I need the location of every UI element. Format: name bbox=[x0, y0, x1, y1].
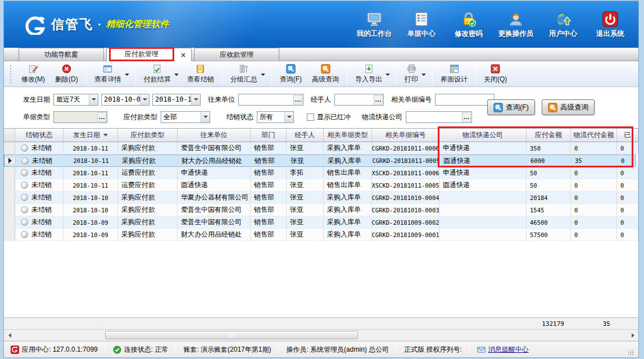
dropdown-arrow-icon[interactable] bbox=[421, 74, 426, 76]
doc-type-field[interactable]: … bbox=[53, 111, 107, 123]
quick-action-exit-system[interactable]: 退出系统 bbox=[592, 11, 628, 39]
toolbar-button-label: 界面设计 bbox=[441, 75, 468, 84]
tab-receivables[interactable]: 应收款管理 bbox=[194, 48, 279, 61]
table-row[interactable]: 未结销2018-10-11运费应付款圆通快递销售部张亚销售出库单XSCKD-20… bbox=[4, 179, 638, 192]
toolbar-button-delete[interactable]: 删除(D) bbox=[50, 62, 83, 85]
chevron-down-icon[interactable] bbox=[284, 112, 293, 122]
dropdown-arrow-icon[interactable] bbox=[261, 74, 265, 76]
message-center-link[interactable]: 消息提醒中心 bbox=[477, 345, 529, 355]
ellipsis-button[interactable]: … bbox=[462, 112, 471, 122]
cell-type: 运费应付款 bbox=[118, 167, 178, 179]
chevron-down-icon[interactable] bbox=[191, 94, 200, 105]
payable-type-filter-label: 应付款类型 bbox=[124, 112, 157, 122]
statusbar-app-center: 应用中心: 127.0.0.1:7099 bbox=[11, 345, 98, 355]
table-row[interactable]: 未结销2018-10-11采购应付款爱普生中国有限公司销售部张亚采购入库单CGR… bbox=[4, 142, 638, 154]
toolbar-button-close[interactable]: 关闭(Q) bbox=[479, 62, 512, 85]
chevron-down-icon[interactable] bbox=[201, 112, 210, 122]
table-row[interactable]: 未结销2018-10-10采购应付款华夏办公器材有限公司销售部张亚采购入库单CG… bbox=[4, 192, 638, 204]
scroll-left-button[interactable] bbox=[5, 331, 14, 340]
scroll-right-button[interactable] bbox=[628, 331, 637, 340]
table-row[interactable]: 未结销2018-10-09采购应付款财大办公用品经销处销售部张亚采购入库单CGR… bbox=[4, 229, 638, 241]
cell-logistics bbox=[439, 216, 527, 228]
ellipsis-button[interactable]: … bbox=[97, 112, 106, 122]
group-summary-icon bbox=[239, 64, 248, 74]
cell-vendor: 爱普生中国有限公司 bbox=[178, 142, 251, 154]
tab-nav-window[interactable]: 功能导航窗 bbox=[19, 48, 104, 61]
quick-action-document-center[interactable]: 单据中心 bbox=[403, 11, 439, 39]
ellipsis-button[interactable]: … bbox=[293, 95, 302, 104]
column-header-dept[interactable]: 部门 bbox=[251, 129, 287, 142]
column-header-label: 相关单据类型 bbox=[328, 130, 368, 140]
column-header-logistics[interactable]: 物流快递公司 bbox=[439, 129, 527, 142]
logistics-input[interactable] bbox=[406, 112, 462, 122]
logistics-field[interactable]: … bbox=[406, 111, 472, 123]
resize-grip[interactable] bbox=[628, 350, 634, 356]
cell-status: 未结销 bbox=[15, 142, 64, 154]
quick-action-my-workbench[interactable]: 我的工作台 bbox=[356, 11, 392, 39]
column-header-logistics_paid[interactable]: 物流代付金额 bbox=[571, 129, 617, 142]
table-row[interactable]: 未结销2018-10-10采购应付款爱普生中国有限公司销售部张亚采购入库单CGR… bbox=[4, 204, 638, 216]
toolbar-button-query[interactable]: 查询(F) bbox=[275, 62, 307, 85]
toolbar-button-print[interactable]: 打印 bbox=[400, 62, 429, 85]
toolbar-button-ui-design[interactable]: 界面设计 bbox=[436, 62, 473, 85]
payables-grid: 结销状态发生日期应付款类型往来单位部门经手人相关单据类型相关单据编号物流快递公司… bbox=[4, 128, 638, 317]
payable-type-select[interactable]: 全部 bbox=[161, 111, 210, 123]
toolbar-button-view-details[interactable]: 查看详情 bbox=[89, 62, 133, 85]
date-to-select[interactable]: 2018-10-11 bbox=[152, 94, 201, 106]
date-from-select[interactable]: 2018-10-04 bbox=[101, 94, 149, 106]
doc-no-field[interactable] bbox=[435, 94, 495, 106]
column-header-doc_type[interactable]: 相关单据类型 bbox=[324, 129, 372, 142]
cell-text: 爱普生中国有限公司 bbox=[181, 143, 242, 153]
cell-text: 未结销 bbox=[31, 193, 52, 202]
column-header-payable[interactable]: 应付金额 bbox=[527, 129, 571, 142]
date-preset-value: 最近7天 bbox=[54, 95, 89, 104]
column-header-vendor[interactable]: 往来单位 bbox=[178, 129, 251, 142]
table-row[interactable]: 未结销2018-10-11运费应付款申通快递销售部李拓销售出库单XSCKD-20… bbox=[4, 167, 638, 179]
query-button[interactable]: 查询(F) bbox=[487, 99, 535, 115]
doc-type-input[interactable] bbox=[54, 112, 97, 122]
cell-text: 采购应付款 bbox=[121, 217, 155, 227]
handler-field[interactable]: … bbox=[334, 94, 384, 106]
tab-payables[interactable]: 应付款管理× bbox=[106, 48, 192, 61]
cell-date: 2018-10-10 bbox=[64, 192, 118, 203]
tab-close-icon[interactable]: × bbox=[181, 51, 185, 59]
table-row[interactable]: 未结销2018-10-09采购应付款爱普生中国有限公司销售部张亚采购入库单CGR… bbox=[4, 216, 638, 229]
toolbar-button-edit[interactable]: 修改(M) bbox=[16, 62, 50, 85]
quick-action-switch-operator[interactable]: 更换操作员 bbox=[498, 11, 534, 39]
ellipsis-button[interactable]: … bbox=[374, 95, 383, 104]
settle-status-icon bbox=[21, 169, 28, 176]
column-header-status[interactable]: 结销状态 bbox=[15, 129, 64, 142]
table-row[interactable]: 未结销2018-10-11采购应付款财大办公用品经销处销售部张亚采购入库单CGR… bbox=[4, 154, 636, 167]
quick-action-user-center[interactable]: 用户中心 bbox=[545, 11, 581, 39]
column-header-doc_no[interactable]: 相关单据编号 bbox=[372, 129, 439, 142]
chevron-down-icon[interactable] bbox=[89, 94, 98, 105]
settle-status-icon bbox=[21, 219, 28, 226]
settle-status-select[interactable]: 所有 bbox=[257, 111, 294, 123]
toolbar-button-view-writeoff[interactable]: 查看结销 bbox=[182, 62, 219, 85]
cell-text: 采购入库单 bbox=[327, 230, 361, 239]
date-preset-select[interactable]: 最近7天 bbox=[53, 94, 98, 106]
vendor-field[interactable]: … bbox=[238, 94, 303, 106]
dropdown-arrow-icon[interactable] bbox=[386, 74, 390, 76]
query-button-label: 查询(F) bbox=[506, 103, 529, 112]
chevron-down-icon[interactable] bbox=[140, 94, 149, 105]
toolbar-button-pay-settle[interactable]: 付款结算 bbox=[139, 62, 182, 85]
column-header-type[interactable]: 应付款类型 bbox=[118, 129, 178, 142]
show-reversed-checkbox[interactable] bbox=[307, 113, 314, 121]
toolbar-button-group-summary[interactable]: 分组汇总 bbox=[225, 62, 269, 85]
dropdown-arrow-icon[interactable] bbox=[125, 74, 129, 76]
column-header-paid[interactable]: 已 bbox=[617, 129, 638, 142]
handler-input[interactable] bbox=[335, 95, 374, 104]
toolbar-grip[interactable] bbox=[10, 65, 12, 83]
dropdown-arrow-icon[interactable] bbox=[174, 74, 179, 76]
horizontal-scrollbar[interactable] bbox=[4, 330, 638, 341]
toolbar-button-adv-query[interactable]: 高级查询 bbox=[307, 62, 344, 85]
column-header-date[interactable]: 发生日期 bbox=[64, 129, 118, 142]
quick-action-change-password[interactable]: 修改密码 bbox=[451, 11, 487, 39]
scrollbar-thumb[interactable] bbox=[105, 331, 358, 339]
toolbar-button-import-export[interactable]: 导入导出 bbox=[350, 62, 393, 85]
column-header-handler[interactable]: 经手人 bbox=[287, 129, 324, 142]
vendor-input[interactable] bbox=[239, 95, 293, 104]
advanced-query-button[interactable]: 高级查询 bbox=[542, 99, 595, 115]
doc-no-input[interactable] bbox=[436, 95, 494, 104]
